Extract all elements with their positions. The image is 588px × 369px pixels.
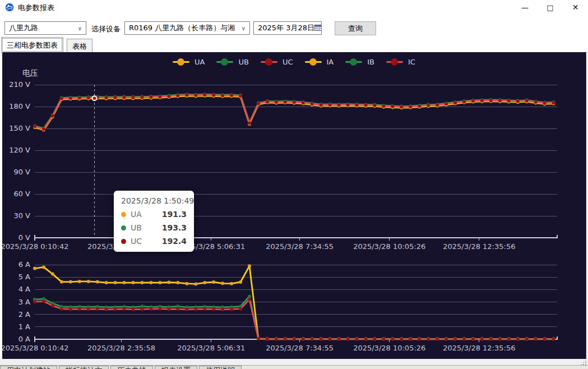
- data-point: [507, 99, 511, 103]
- data-point: [33, 267, 36, 270]
- y-tick-label: 2 A: [18, 310, 30, 319]
- data-point: [203, 93, 206, 96]
- data-point: [78, 96, 81, 100]
- data-point: [337, 338, 341, 341]
- x-axis: [35, 235, 557, 238]
- data-point: [391, 105, 394, 108]
- titlebar: 电参数报表 — □ ✕: [0, 0, 588, 17]
- data-point: [60, 307, 63, 311]
- legend-label: UC: [283, 58, 293, 66]
- legend-item-UC[interactable]: UC: [261, 58, 293, 66]
- clipped-button: 报表设置: [155, 366, 197, 369]
- data-point: [150, 281, 153, 284]
- data-point: [346, 338, 350, 341]
- data-point: [373, 338, 376, 341]
- date-picker-value: 2025年 3月28日: [258, 23, 314, 33]
- legend-item-UB[interactable]: UB: [216, 58, 248, 66]
- data-point: [534, 100, 538, 104]
- data-point: [516, 338, 520, 341]
- y-tick-label: 4 A: [18, 285, 30, 293]
- tooltip-series-value: 191.3: [162, 210, 187, 219]
- data-point: [355, 103, 359, 107]
- data-point: [185, 308, 188, 311]
- legend-label: UA: [195, 58, 205, 66]
- data-point: [552, 338, 555, 341]
- series-dot-icon: [121, 225, 126, 230]
- legend-dot-icon: [177, 58, 184, 66]
- legend-label: IA: [327, 58, 334, 66]
- close-button[interactable]: ✕: [563, 0, 588, 15]
- minimize-button[interactable]: —: [512, 0, 538, 15]
- data-point: [69, 96, 72, 100]
- data-point: [462, 338, 466, 341]
- station-select-value: 八里九路: [9, 23, 38, 33]
- data-point: [42, 299, 45, 303]
- data-point: [141, 96, 144, 99]
- data-point: [221, 282, 224, 285]
- maximize-button[interactable]: □: [538, 0, 563, 15]
- highlighted-data-point: [92, 96, 97, 100]
- data-point: [51, 273, 54, 276]
- device-select[interactable]: R0169 八里九路（长丰路）与湘桂线交 ∨: [124, 21, 250, 35]
- series-line-IB: [35, 297, 554, 339]
- y-tick-label: 0 A: [18, 335, 30, 343]
- legend-item-IB[interactable]: IB: [345, 58, 374, 66]
- station-select[interactable]: 八里九路 ∨: [4, 21, 86, 35]
- data-point: [114, 307, 117, 311]
- tab-three-phase-chart[interactable]: 三相电参数图表: [1, 37, 63, 53]
- legend-marker-icon: [261, 61, 277, 63]
- legend-item-IC[interactable]: IC: [386, 58, 415, 66]
- data-point: [248, 122, 251, 125]
- chart-tooltip: 2025/3/28 1:50:49 UA191.3UB193.3UC192.4: [114, 191, 194, 252]
- data-point: [436, 338, 439, 341]
- data-point: [311, 102, 314, 105]
- query-button[interactable]: 查询: [335, 21, 376, 35]
- x-tick-label: 2025/3/28 5:06:31: [177, 344, 245, 352]
- data-point: [302, 338, 305, 341]
- data-point: [141, 307, 144, 311]
- data-point: [534, 338, 538, 341]
- legend-marker-icon: [216, 61, 233, 63]
- charts-svg[interactable]: 0 V30 V60 V90 V120 V150 V180 V210 V2025/…: [2, 52, 586, 359]
- window-controls: — □ ✕: [512, 0, 588, 15]
- data-point: [311, 338, 314, 341]
- data-point: [418, 104, 421, 108]
- data-point: [221, 308, 224, 311]
- tab-table[interactable]: 表格: [67, 39, 92, 53]
- data-point: [185, 282, 188, 285]
- chart-panel: UAUBUCIAIBIC 0 V30 V60 V90 V120 V150 V18…: [2, 52, 586, 359]
- data-point: [284, 100, 287, 104]
- data-point: [105, 308, 108, 311]
- data-point: [194, 94, 197, 97]
- data-point: [185, 94, 188, 97]
- data-point: [123, 281, 126, 284]
- legend-item-UA[interactable]: UA: [173, 58, 205, 66]
- tooltip-row: UB193.3: [121, 223, 187, 232]
- data-point: [194, 282, 197, 285]
- x-tick-label: 2025/3/28 12:35:56: [443, 242, 515, 251]
- date-picker[interactable]: 2025年 3月28日 ▼: [253, 21, 322, 35]
- data-point: [212, 280, 215, 284]
- data-point: [176, 307, 179, 311]
- series-line-UB: [35, 94, 554, 128]
- data-point: [132, 308, 135, 311]
- data-point: [96, 307, 99, 311]
- legend-item-IA[interactable]: IA: [305, 58, 334, 66]
- legend-label: IB: [367, 58, 374, 66]
- y-tick-label: 6 A: [18, 260, 30, 269]
- y-tick-label: 3 A: [18, 298, 30, 306]
- tooltip-series-value: 192.4: [162, 237, 187, 246]
- data-point: [87, 307, 90, 311]
- data-point: [96, 280, 99, 284]
- chart-title: 电压: [22, 68, 38, 77]
- y-tick-label: 150 V: [9, 124, 30, 132]
- data-point: [239, 280, 242, 284]
- data-point: [480, 99, 484, 103]
- data-point: [525, 99, 529, 103]
- data-point: [498, 99, 502, 103]
- legend-label: UB: [238, 58, 248, 66]
- data-point: [212, 94, 215, 97]
- data-point: [123, 96, 126, 99]
- data-point: [167, 95, 170, 98]
- data-point: [543, 102, 547, 105]
